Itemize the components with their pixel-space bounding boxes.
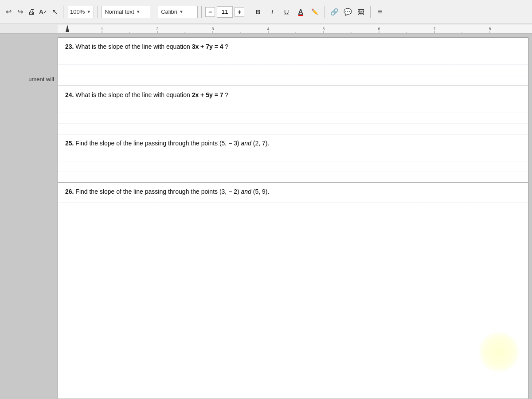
print-icon[interactable]: 🖨 <box>27 7 36 17</box>
highlight-color-button[interactable]: ✏️ <box>309 6 321 18</box>
zoom-arrow-icon: ▼ <box>86 9 91 14</box>
zoom-control[interactable]: 100% ▼ <box>67 6 94 18</box>
question-24-text: 24. What is the slope of the line with e… <box>65 91 521 98</box>
svg-text:4: 4 <box>267 27 269 31</box>
more-options-icon[interactable]: ≡ <box>374 6 386 18</box>
sidebar-partial-text: ument will <box>28 76 54 82</box>
toolbar-divider-6 <box>325 6 325 18</box>
svg-text:3: 3 <box>211 27 214 31</box>
image-icon[interactable]: 🖼 <box>355 6 367 18</box>
question-26-text: 26. Find the slope of the line passing t… <box>65 188 521 195</box>
question-23-number: 23. <box>65 43 74 50</box>
font-color-button[interactable]: A <box>294 6 307 18</box>
document-page: 23. What is the slope of the line with e… <box>58 37 528 399</box>
question-26-number: 26. <box>65 188 74 195</box>
zoom-dropdown[interactable]: 100% ▼ <box>67 6 94 18</box>
toolbar-divider-1 <box>63 6 63 18</box>
svg-text:5: 5 <box>322 27 325 31</box>
toolbar-divider-3 <box>154 6 154 18</box>
question-row-23: 23. What is the slope of the line with e… <box>58 38 528 86</box>
toolbar-divider-7 <box>370 6 371 18</box>
ruler-numbers: 1 2 3 4 5 6 7 8 <box>58 24 532 33</box>
style-value: Normal text <box>105 8 134 15</box>
toolbar-divider-5 <box>248 6 248 18</box>
question-row-24: 24. What is the slope of the line with e… <box>58 86 528 134</box>
font-size-input[interactable] <box>217 6 233 18</box>
font-value: Calibri <box>161 8 177 15</box>
svg-text:1: 1 <box>101 27 103 31</box>
bold-button[interactable]: B <box>252 6 264 18</box>
undo-icon[interactable]: ↩ <box>4 7 13 17</box>
question-row-25: 25. Find the slope of the line passing t… <box>58 134 528 183</box>
toolbar: ↩ ↪ 🖨 A✓ ↖ 100% ▼ Normal text ▼ Calibri … <box>0 0 532 24</box>
font-color-label: A <box>298 8 303 16</box>
style-arrow-icon: ▼ <box>136 9 141 14</box>
link-icon[interactable]: 🔗 <box>329 6 340 18</box>
ruler-svg: 1 2 3 4 5 6 7 8 <box>58 24 532 33</box>
redo-icon[interactable]: ↪ <box>15 7 25 17</box>
ruler: 1 2 3 4 5 6 7 8 <box>0 24 532 34</box>
question-25-number: 25. <box>65 140 74 147</box>
question-24-number: 24. <box>65 91 74 98</box>
spellcheck-icon[interactable]: A✓ <box>38 7 48 17</box>
underline-button[interactable]: U <box>280 6 293 18</box>
left-sidebar: ument will <box>0 34 58 399</box>
toolbar-divider-4 <box>201 6 202 18</box>
pointer-icon[interactable]: ↖ <box>50 7 59 17</box>
comment-icon[interactable]: 💬 <box>342 6 353 18</box>
font-size-increase-button[interactable]: + <box>235 7 244 17</box>
font-arrow-icon: ▼ <box>179 9 184 14</box>
question-25-text: 25. Find the slope of the line passing t… <box>65 140 521 147</box>
svg-text:7: 7 <box>433 27 435 31</box>
document-area: 23. What is the slope of the line with e… <box>58 34 532 399</box>
svg-text:2: 2 <box>156 27 158 31</box>
svg-text:8: 8 <box>489 27 491 31</box>
style-dropdown[interactable]: Normal text ▼ <box>102 6 150 18</box>
toolbar-divider-2 <box>98 6 98 18</box>
svg-text:6: 6 <box>378 27 380 31</box>
question-23-text: 23. What is the slope of the line with e… <box>65 43 521 50</box>
font-dropdown[interactable]: Calibri ▼ <box>158 6 198 18</box>
question-row-26: 26. Find the slope of the line passing t… <box>58 183 528 213</box>
glare-effect <box>479 332 519 372</box>
svg-marker-0 <box>66 25 69 32</box>
pencil-icon: ✏️ <box>311 8 318 15</box>
zoom-value: 100% <box>70 8 85 15</box>
main-area: ument will 23. What is the slope of the … <box>0 34 532 399</box>
font-size-decrease-button[interactable]: − <box>205 7 215 17</box>
italic-button[interactable]: I <box>266 6 278 18</box>
